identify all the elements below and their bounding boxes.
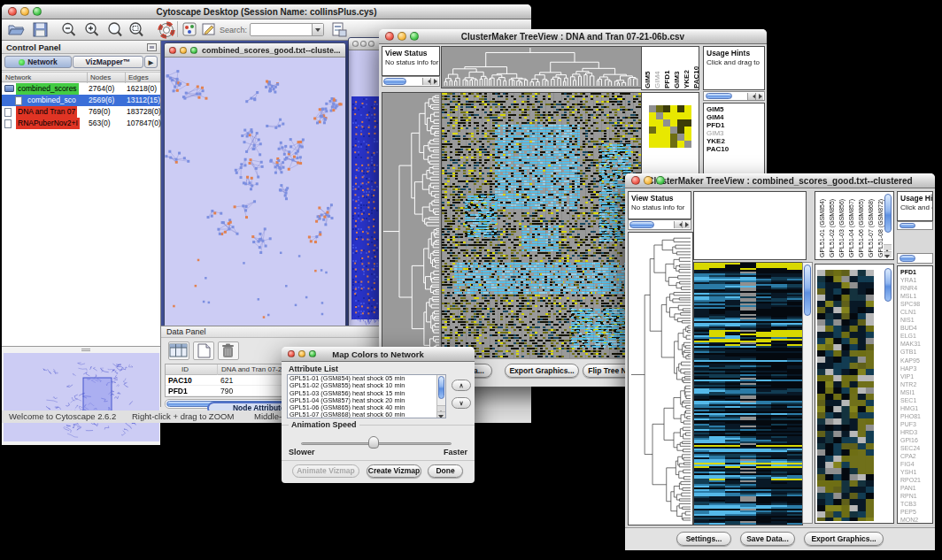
tabs-overflow-button[interactable]: ▶ <box>144 56 158 68</box>
close-icon[interactable] <box>169 47 176 54</box>
tab-vizmapper[interactable]: VizMapper™ <box>73 56 143 68</box>
minimize-icon[interactable] <box>360 41 367 47</box>
zoom-window-icon[interactable] <box>33 7 42 16</box>
network-tree-row[interactable]: combined_scores2764(0)16218(0) <box>2 83 160 95</box>
network-view-titlebar[interactable]: combined_scores_good.txt--cluste... <box>165 43 345 58</box>
zoom-window-icon[interactable] <box>656 176 665 185</box>
minimize-icon[interactable] <box>398 32 406 41</box>
move-up-button[interactable]: ∧ <box>452 380 471 391</box>
scroll-up-icon[interactable] <box>437 405 445 411</box>
scroll-left-icon[interactable] <box>747 93 755 100</box>
new-attribute-icon[interactable] <box>193 341 214 360</box>
zoom-window-icon[interactable] <box>410 32 419 41</box>
scroll-down-icon[interactable] <box>437 411 445 418</box>
import-network-icon[interactable] <box>331 21 349 39</box>
scrollbar-thumb[interactable] <box>884 194 892 233</box>
scroll-right-icon[interactable] <box>682 221 690 228</box>
open-session-icon[interactable] <box>7 21 25 39</box>
tv1-right-hscrollbar[interactable] <box>703 91 765 101</box>
tv1-left-hscrollbar[interactable] <box>382 76 440 87</box>
gene-label: MAK31 <box>900 340 932 348</box>
column-label: PFD1 <box>663 49 672 88</box>
network-graph-canvas[interactable] <box>165 58 345 326</box>
scrollbar-thumb[interactable] <box>900 255 915 262</box>
column-header-edges[interactable]: Edges <box>125 73 149 83</box>
tv2-genelist-hscrollbar[interactable] <box>897 253 933 264</box>
save-data-button[interactable]: Save Data... <box>740 532 795 546</box>
network-tree-row[interactable]: DNA and Tran 07769(0)183728(0) <box>2 106 160 118</box>
attribute-list-vscrollbar[interactable] <box>436 375 445 418</box>
create-vizmap-button[interactable]: Create Vizmap <box>367 464 421 478</box>
export-graphics-button[interactable]: Export Graphics... <box>804 532 884 546</box>
attribute-listbox[interactable]: GPL51-01 (GSM854) heat shock 05 minGPL51… <box>287 374 446 418</box>
scrollbar-thumb[interactable] <box>804 265 811 316</box>
zoom-fit-icon[interactable] <box>127 21 145 39</box>
zoom-window-icon[interactable] <box>190 47 197 54</box>
animate-vizmap-button[interactable]: Animate Vizmap <box>292 464 359 478</box>
minimize-icon[interactable] <box>644 176 652 185</box>
network-tree-empty-area <box>2 129 160 346</box>
network-tree-row[interactable]: combined_sco2569(6)13112(15) <box>2 95 160 106</box>
close-icon[interactable] <box>288 350 295 357</box>
scrollbar-thumb[interactable] <box>900 223 915 228</box>
scroll-left-icon[interactable] <box>674 221 682 228</box>
attribute-table-icon[interactable] <box>168 341 189 360</box>
zoom-window-icon[interactable] <box>309 350 316 357</box>
scrollbar-thumb[interactable] <box>438 376 444 399</box>
tv1-heatmap-canvas[interactable] <box>441 92 642 361</box>
splitter-handle[interactable] <box>81 349 90 351</box>
gene-label: RPO21 <box>900 476 932 484</box>
minimize-icon[interactable] <box>298 350 305 357</box>
main-titlebar[interactable]: Cytoscape Desktop (Session Name: collins… <box>2 4 531 19</box>
network-overview-canvas[interactable] <box>4 353 159 441</box>
tab-network[interactable]: Network <box>4 56 72 68</box>
export-graphics-button[interactable]: Export Graphics... <box>505 364 579 378</box>
zoom-window-icon[interactable] <box>368 41 374 47</box>
minimize-icon[interactable] <box>180 47 187 54</box>
scroll-left-icon[interactable] <box>422 78 430 85</box>
visual-styles-icon[interactable] <box>181 21 199 39</box>
tv2-row-dendrogram[interactable] <box>628 232 693 525</box>
search-dropdown-button[interactable] <box>312 24 323 35</box>
tv2-heatmap-canvas[interactable] <box>693 262 803 525</box>
tv1-column-dendrogram[interactable] <box>441 46 642 88</box>
scrollbar-thumb[interactable] <box>629 221 654 228</box>
tv1-thumbnail-heatmap[interactable] <box>649 105 691 148</box>
close-icon[interactable] <box>631 176 640 185</box>
network-tree-row[interactable]: RNAPuberNov2+I563(0)107847(0) <box>2 118 160 129</box>
delete-attribute-icon[interactable] <box>218 341 239 360</box>
tv2-heatmap-vscrollbar[interactable] <box>802 262 813 524</box>
close-icon[interactable] <box>385 32 394 41</box>
column-header-network[interactable]: Network <box>5 73 31 83</box>
scrollbar-thumb[interactable] <box>706 93 732 99</box>
tv1-row-dendrogram[interactable] <box>382 92 442 361</box>
scroll-right-icon[interactable] <box>755 93 763 100</box>
tv2-right-hscrollbar[interactable] <box>897 221 933 230</box>
done-button[interactable]: Done <box>428 464 463 478</box>
tv2-left-hscrollbar[interactable] <box>628 219 691 230</box>
move-down-button[interactable]: ∨ <box>452 397 471 409</box>
close-icon[interactable] <box>352 41 359 47</box>
zoom-out-icon[interactable] <box>60 21 78 39</box>
zoom-in-icon[interactable] <box>83 21 101 39</box>
attr-column-header[interactable]: ID <box>181 364 189 375</box>
minimize-icon[interactable] <box>20 7 29 16</box>
tv1-titlebar[interactable]: ClusterMaker TreeView : DNA and Tran 07-… <box>379 29 767 44</box>
column-header-nodes[interactable]: Nodes <box>87 73 111 83</box>
tv2-zoom-heatmap[interactable] <box>817 270 874 521</box>
search-input[interactable] <box>250 23 324 36</box>
annotation-icon[interactable] <box>201 21 219 39</box>
dialog-titlebar[interactable]: Map Colors to Network <box>282 347 475 362</box>
attribute-list-item[interactable]: GPL51-07 (GSM868) heat shock 60 min <box>288 411 445 418</box>
tv2-titlebar[interactable]: ClusterMaker TreeView : combined_scores_… <box>625 173 935 188</box>
float-panel-icon[interactable] <box>147 43 157 51</box>
zoom-selected-icon[interactable] <box>106 21 124 39</box>
slider-thumb[interactable] <box>368 436 379 449</box>
scrollbar-thumb[interactable] <box>884 268 892 302</box>
close-icon[interactable] <box>8 7 17 16</box>
save-session-icon[interactable] <box>32 21 50 39</box>
scroll-right-icon[interactable] <box>430 78 438 85</box>
settings-button[interactable]: Settings... <box>676 532 731 546</box>
scrollbar-thumb[interactable] <box>383 78 406 85</box>
help-icon[interactable] <box>158 21 175 39</box>
